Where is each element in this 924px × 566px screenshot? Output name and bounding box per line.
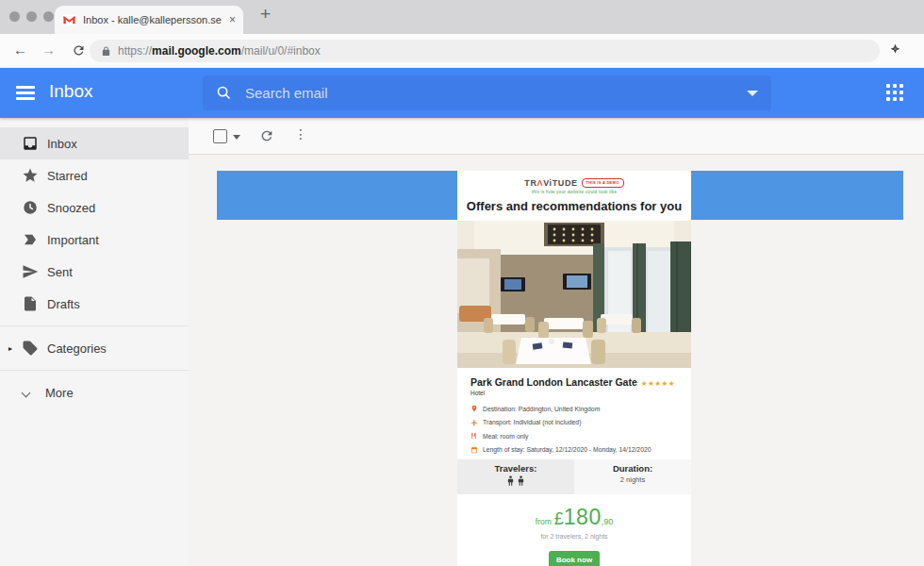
sidebar-item-starred[interactable]: Starred <box>0 159 189 191</box>
demo-badge: this is a demo <box>582 178 624 188</box>
detail-row: Transport: Individual (not included) <box>470 419 678 426</box>
search-options-caret-icon[interactable] <box>747 91 758 96</box>
person-icon <box>507 475 514 486</box>
price-currency: £ <box>554 509 564 528</box>
duration-label: Duration: <box>574 463 691 474</box>
detail-row: Length of stay: Saturday, 12/12/2020 - M… <box>470 446 678 454</box>
travelers-icons <box>457 475 574 486</box>
select-all-checkbox[interactable] <box>213 129 227 143</box>
gmail-header: Inbox Search email <box>0 68 924 118</box>
tag-icon <box>22 340 39 357</box>
new-tab-button[interactable]: + <box>260 4 271 25</box>
meal-icon <box>470 432 478 440</box>
refresh-button[interactable] <box>259 128 274 143</box>
sidebar-item-categories[interactable]: ▸ Categories <box>0 332 189 364</box>
person-icon <box>518 475 524 486</box>
detail-text: Transport: Individual (not included) <box>483 419 581 425</box>
sidebar-item-label: Sent <box>47 265 73 279</box>
window-close-button[interactable] <box>9 11 20 22</box>
travelers-cell: Travelers: <box>457 459 574 494</box>
send-icon <box>22 263 39 280</box>
book-now-button[interactable]: Book now <box>549 551 600 566</box>
price-amount: 180 <box>564 505 602 529</box>
forward-button[interactable]: → <box>41 42 56 58</box>
window-controls <box>9 11 54 22</box>
location-icon <box>470 405 478 412</box>
important-icon <box>22 231 39 248</box>
sidebar-item-more[interactable]: More <box>0 376 189 408</box>
sidebar-item-sent[interactable]: Sent <box>0 256 189 288</box>
sidebar-item-drafts[interactable]: Drafts <box>0 288 189 320</box>
back-button[interactable]: ← <box>13 42 27 58</box>
tab-title: Inbox - kalle@kallepersson.se <box>83 14 223 25</box>
detail-text: Length of stay: Saturday, 12/12/2020 - M… <box>483 446 651 453</box>
brand-row: TRΛViTUDE this is a demo <box>457 178 691 188</box>
sidebar-item-inbox[interactable]: Inbox <box>0 127 189 159</box>
sidebar-item-label: Inbox <box>47 137 77 151</box>
email-heading: Offers and recommendations for you <box>457 199 691 213</box>
hotel-details: Destination: Paddington, United Kingdom … <box>470 405 678 454</box>
hotel-photo <box>457 221 691 368</box>
brand-tagline: this is how your website could look like <box>457 190 691 194</box>
page-title: Inbox <box>49 81 92 102</box>
travitude-logo: TRΛViTUDE <box>524 178 577 188</box>
sidebar-item-snoozed[interactable]: Snoozed <box>0 191 189 224</box>
tab-close-icon[interactable]: × <box>229 13 236 26</box>
mail-toolbar: ⋮ <box>189 118 924 155</box>
more-options-icon[interactable]: ⋮ <box>294 126 307 142</box>
lock-icon <box>101 46 111 57</box>
gmail-favicon-icon <box>62 14 76 25</box>
sidebar-divider <box>0 325 189 326</box>
price-prefix: from <box>536 517 552 526</box>
sidebar-item-label: Drafts <box>47 297 80 311</box>
search-icon[interactable] <box>216 85 232 101</box>
clock-icon <box>22 199 39 216</box>
url-protocol: https:// <box>118 44 152 58</box>
sidebar-item-label: Starred <box>47 169 88 183</box>
price-decimals: ,90 <box>602 517 614 526</box>
reload-button[interactable] <box>72 43 86 58</box>
sidebar-divider <box>0 370 189 371</box>
sidebar-item-label: Categories <box>47 341 107 356</box>
price-line: from£180,90 <box>457 505 691 530</box>
summary-band: Travelers: Duration: 2 nights <box>457 459 691 494</box>
email-card: TRΛViTUDE this is a demo this is how you… <box>457 171 691 566</box>
tab-bar: Inbox - kalle@kallepersson.se × + <box>0 0 924 34</box>
url-path: /mail/u/0/#inbox <box>241 44 321 58</box>
window-minimize-button[interactable] <box>26 11 37 22</box>
extension-icon[interactable] <box>889 43 901 56</box>
browser-tab[interactable]: Inbox - kalle@kallepersson.se × <box>55 6 243 34</box>
detail-text: Destination: Paddington, United Kingdom <box>483 406 600 412</box>
travelers-label: Travelers: <box>457 463 574 474</box>
duration-cell: Duration: 2 nights <box>574 459 691 494</box>
plane-icon <box>470 419 478 426</box>
url-text: https://mail.google.com/mail/u/0/#inbox <box>118 44 321 58</box>
address-bar[interactable]: https://mail.google.com/mail/u/0/#inbox <box>90 40 880 62</box>
chevron-down-icon <box>23 390 30 397</box>
sidebar-item-label: More <box>45 386 74 400</box>
menu-icon[interactable] <box>16 86 35 103</box>
window-zoom-button[interactable] <box>43 11 54 22</box>
sidebar-item-label: Important <box>47 233 99 247</box>
draft-icon <box>22 295 39 312</box>
select-caret-icon[interactable] <box>233 135 240 140</box>
star-rating: ★★★★★ <box>641 379 675 388</box>
url-host: mail.google.com <box>152 44 241 58</box>
hotel-type: Hotel <box>470 390 678 396</box>
star-icon <box>22 167 39 184</box>
sidebar-item-label: Snoozed <box>47 201 95 215</box>
hotel-name: Park Grand London Lancaster Gate★★★★★ <box>470 376 678 388</box>
sidebar-item-important[interactable]: Important <box>0 224 189 256</box>
detail-row: Destination: Paddington, United Kingdom <box>470 405 678 412</box>
expander-icon[interactable]: ▸ <box>8 344 12 353</box>
sidebar: Inbox Starred Snoozed Important Sent Dra… <box>0 118 189 566</box>
apps-grid-icon[interactable] <box>886 84 903 101</box>
search-input[interactable]: Search email <box>245 85 734 101</box>
url-bar: ← → https://mail.google.com/mail/u/0/#in… <box>0 34 924 68</box>
calendar-icon <box>470 446 478 454</box>
duration-value: 2 nights <box>574 475 691 484</box>
detail-row: Meal: room only <box>470 432 678 440</box>
detail-text: Meal: room only <box>483 433 528 440</box>
search-bar[interactable]: Search email <box>203 75 771 110</box>
price-note: for 2 travelers, 2 nights <box>457 533 691 540</box>
